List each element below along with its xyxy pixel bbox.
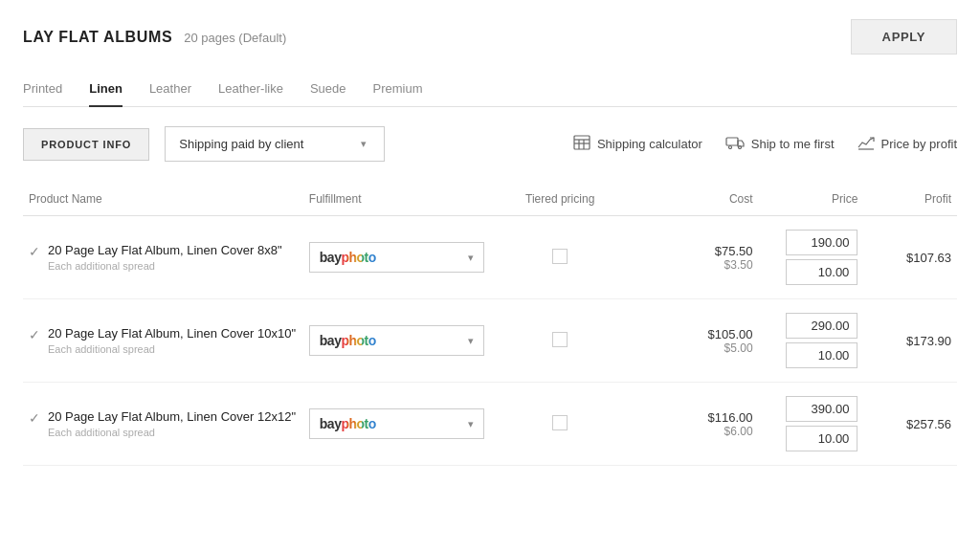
tiered-pricing-checkbox-2[interactable]: [552, 415, 568, 430]
cost-sub-1: $5.00: [635, 341, 752, 355]
col-header-fulfillment: Fulfillment: [303, 185, 490, 216]
price-input-main-2[interactable]: [786, 396, 858, 422]
bayphoto-logo: bayphoto: [320, 333, 376, 348]
fulfillment-dropdown-2[interactable]: bayphoto ▾: [309, 408, 484, 439]
table-row: ✓ 20 Page Lay Flat Album, Linen Cover 12…: [23, 383, 957, 466]
svg-rect-5: [726, 138, 738, 145]
profit-cell-2: $257.56: [869, 417, 951, 431]
price-by-profit-button[interactable]: Price by profit: [858, 135, 957, 154]
page-title: LAY FLAT ALBUMS: [23, 29, 172, 46]
col-header-profit: Profit: [863, 185, 957, 216]
shipping-calculator-label: Shipping calculator: [597, 137, 702, 151]
tab-leather[interactable]: Leather: [149, 72, 191, 107]
cost-sub-2: $6.00: [635, 425, 752, 438]
product-name-text: 20 Page Lay Flat Album, Linen Cover 12x1…: [48, 409, 296, 438]
product-info-button[interactable]: PRODUCT INFO: [23, 128, 149, 161]
tab-linen[interactable]: Linen: [89, 72, 122, 107]
product-name-sub: Each additional spread: [48, 343, 296, 355]
tab-leather-like[interactable]: Leather-like: [218, 72, 283, 107]
bayphoto-logo: bayphoto: [320, 416, 376, 431]
tab-bar: Printed Linen Leather Leather-like Suede…: [23, 72, 957, 107]
ship-to-me-label: Ship to me first: [751, 137, 835, 151]
cost-main-0: $75.50: [635, 244, 752, 258]
product-name-text: 20 Page Lay Flat Album, Linen Cover 10x1…: [48, 326, 296, 355]
shipping-dropdown[interactable]: Shipping paid by client ▾: [165, 126, 385, 162]
cost-cell-1: $105.00 $5.00: [635, 327, 752, 355]
svg-point-6: [728, 145, 731, 148]
price-input-sub-2[interactable]: [786, 426, 858, 451]
product-name-cell: ✓ 20 Page Lay Flat Album, Linen Cover 10…: [29, 326, 298, 355]
product-name-main: 20 Page Lay Flat Album, Linen Cover 10x1…: [48, 326, 296, 341]
price-input-main-0[interactable]: [786, 230, 858, 255]
page-header: LAY FLAT ALBUMS 20 pages (Default) APPLY: [23, 19, 957, 55]
shipping-dropdown-label: Shipping paid by client: [179, 137, 303, 151]
product-name-main: 20 Page Lay Flat Album, Linen Cover 12x1…: [48, 409, 296, 424]
chevron-down-icon: ▾: [361, 138, 367, 150]
cost-main-2: $116.00: [635, 410, 752, 425]
check-icon: ✓: [29, 410, 40, 426]
tiered-pricing-checkbox-0[interactable]: [552, 249, 568, 264]
fulfillment-chevron-icon: ▾: [468, 335, 474, 347]
price-cell-0: [765, 230, 858, 285]
tiered-pricing-checkbox-1[interactable]: [552, 332, 568, 347]
check-icon: ✓: [29, 327, 40, 342]
col-header-product-name: Product Name: [23, 185, 303, 216]
price-cell-1: [765, 313, 858, 368]
product-name-cell: ✓ 20 Page Lay Flat Album, Linen Cover 12…: [29, 409, 298, 438]
tab-printed[interactable]: Printed: [23, 72, 62, 107]
cost-cell-0: $75.50 $3.50: [635, 244, 752, 272]
cost-main-1: $105.00: [635, 327, 752, 341]
fulfillment-dropdown-0[interactable]: bayphoto ▾: [309, 242, 484, 273]
toolbar: PRODUCT INFO Shipping paid by client ▾ S…: [23, 126, 957, 162]
product-name-sub: Each additional spread: [48, 427, 296, 438]
product-name-sub: Each additional spread: [48, 260, 282, 272]
fulfillment-chevron-icon: ▾: [468, 418, 474, 430]
page-subtitle: 20 pages (Default): [184, 31, 286, 45]
price-input-sub-0[interactable]: [786, 259, 858, 285]
truck-icon: [725, 136, 745, 153]
apply-button[interactable]: APPLY: [851, 19, 957, 55]
fulfillment-dropdown-1[interactable]: bayphoto ▾: [309, 325, 484, 356]
price-cell-2: [765, 396, 858, 451]
check-icon: ✓: [29, 244, 40, 259]
profit-icon: [858, 135, 875, 154]
col-header-cost: Cost: [630, 185, 758, 216]
price-input-main-1[interactable]: [786, 313, 858, 339]
fulfillment-chevron-icon: ▾: [468, 252, 474, 264]
table-row: ✓ 20 Page Lay Flat Album, Linen Cover 8x…: [23, 216, 957, 299]
cost-sub-0: $3.50: [635, 258, 752, 272]
product-name-main: 20 Page Lay Flat Album, Linen Cover 8x8": [48, 243, 282, 257]
price-by-profit-label: Price by profit: [881, 137, 957, 151]
header-left: LAY FLAT ALBUMS 20 pages (Default): [23, 29, 286, 46]
price-input-sub-1[interactable]: [786, 342, 858, 368]
product-table: Product Name Fulfillment Tiered pricing …: [23, 185, 957, 466]
toolbar-actions: Shipping calculator Ship to me first: [573, 135, 957, 154]
ship-to-me-button[interactable]: Ship to me first: [725, 136, 835, 153]
svg-rect-0: [574, 136, 590, 149]
shipping-calculator-button[interactable]: Shipping calculator: [573, 135, 702, 154]
tab-suede[interactable]: Suede: [310, 72, 346, 107]
profit-cell-1: $173.90: [869, 334, 951, 348]
table-row: ✓ 20 Page Lay Flat Album, Linen Cover 10…: [23, 299, 957, 383]
bayphoto-logo: bayphoto: [320, 250, 376, 265]
svg-point-7: [738, 145, 741, 148]
product-name-text: 20 Page Lay Flat Album, Linen Cover 8x8"…: [48, 243, 282, 272]
product-name-cell: ✓ 20 Page Lay Flat Album, Linen Cover 8x…: [29, 243, 298, 272]
shipping-calculator-icon: [573, 135, 590, 154]
profit-cell-0: $107.63: [869, 251, 951, 265]
cost-cell-2: $116.00 $6.00: [635, 410, 752, 438]
col-header-tiered: Tiered pricing: [490, 185, 630, 216]
tab-premium[interactable]: Premium: [373, 72, 423, 107]
col-header-price: Price: [759, 185, 864, 216]
